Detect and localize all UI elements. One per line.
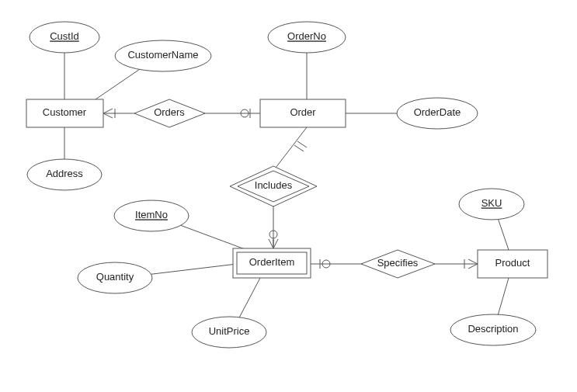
label-specifies: Specifies: [377, 257, 419, 269]
label-customer: Customer: [43, 106, 87, 118]
svg-line-12: [273, 127, 307, 171]
svg-line-1: [96, 66, 144, 99]
label-description: Description: [468, 323, 518, 335]
svg-line-17: [269, 239, 273, 248]
label-orderdate: OrderDate: [414, 106, 461, 118]
label-quantity: Quantity: [96, 271, 134, 283]
label-orderitem: OrderItem: [249, 256, 295, 268]
svg-line-13: [297, 141, 307, 147]
label-sku: SKU: [481, 197, 502, 209]
label-address: Address: [46, 168, 83, 179]
svg-line-28: [468, 264, 478, 269]
svg-line-31: [497, 278, 509, 318]
svg-line-22: [237, 278, 260, 322]
label-unitprice: UnitPrice: [209, 325, 250, 337]
label-includes: Includes: [255, 179, 293, 191]
svg-line-18: [273, 239, 278, 248]
label-customername: CustomerName: [127, 49, 198, 61]
svg-line-27: [468, 259, 478, 264]
er-diagram: CustId CustomerName Address OrderNo Orde…: [0, 0, 577, 392]
svg-line-4: [103, 109, 113, 113]
label-orders: Orders: [154, 106, 185, 118]
svg-line-30: [497, 216, 509, 250]
label-orderno: OrderNo: [287, 30, 326, 42]
label-product: Product: [495, 257, 530, 269]
label-order: Order: [290, 106, 316, 118]
svg-line-5: [103, 113, 113, 118]
svg-line-14: [294, 145, 304, 151]
label-itemno: ItemNo: [135, 209, 168, 220]
svg-line-21: [140, 264, 237, 276]
label-custid: CustId: [50, 30, 79, 42]
